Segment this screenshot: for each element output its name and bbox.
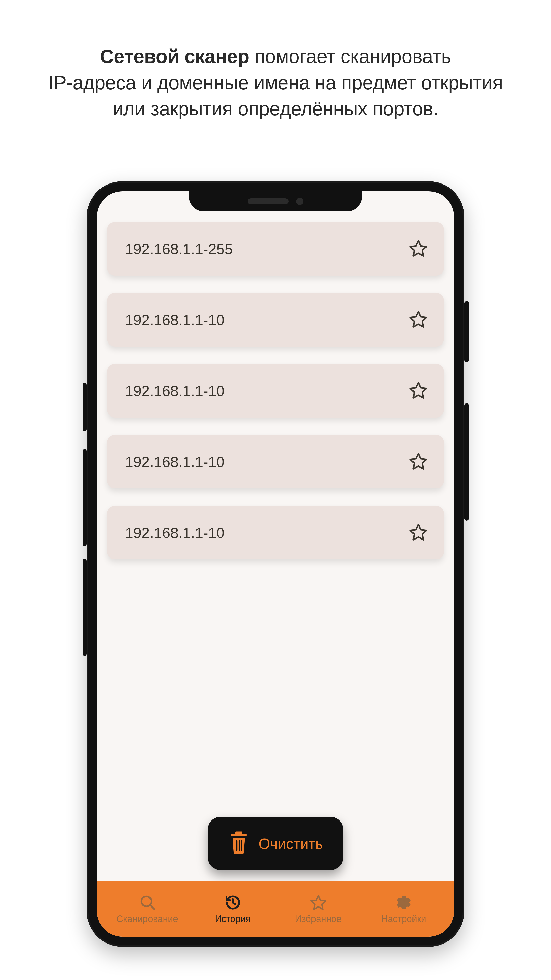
nav-item-history[interactable]: История bbox=[190, 894, 275, 924]
clear-button-label: Очистить bbox=[259, 835, 323, 852]
star-icon bbox=[310, 894, 327, 912]
star-outline-icon bbox=[409, 310, 428, 330]
history-item-ip: 192.168.1.1-10 bbox=[125, 311, 224, 328]
star-outline-icon bbox=[409, 452, 428, 472]
favorite-toggle[interactable] bbox=[408, 522, 429, 543]
history-item-ip: 192.168.1.1-10 bbox=[125, 524, 224, 541]
history-item[interactable]: 192.168.1.1-10 bbox=[107, 506, 444, 559]
phone-screen: 192.168.1.1-255 192.168.1.1-10 192.168.1… bbox=[97, 191, 454, 937]
history-item-ip: 192.168.1.1-10 bbox=[125, 382, 224, 399]
svg-marker-4 bbox=[410, 525, 426, 540]
headline-bold: Сетевой сканер bbox=[100, 45, 249, 67]
svg-marker-3 bbox=[410, 453, 426, 469]
history-item[interactable]: 192.168.1.1-10 bbox=[107, 293, 444, 347]
svg-rect-7 bbox=[241, 840, 242, 851]
phone-side-button bbox=[83, 449, 87, 546]
front-camera bbox=[296, 198, 303, 205]
history-item[interactable]: 192.168.1.1-10 bbox=[107, 364, 444, 417]
history-item[interactable]: 192.168.1.1-255 bbox=[107, 222, 444, 275]
phone-side-button bbox=[83, 383, 87, 431]
svg-marker-2 bbox=[410, 383, 426, 398]
clear-button[interactable]: Очистить bbox=[208, 817, 343, 870]
history-item-ip: 192.168.1.1-255 bbox=[125, 240, 233, 258]
svg-marker-0 bbox=[410, 241, 426, 256]
nav-item-label: Настройки bbox=[381, 914, 426, 924]
trash-icon bbox=[228, 831, 249, 856]
star-outline-icon bbox=[409, 239, 428, 259]
svg-rect-5 bbox=[236, 840, 237, 851]
search-icon bbox=[139, 894, 156, 912]
history-item[interactable]: 192.168.1.1-10 bbox=[107, 435, 444, 488]
nav-item-scan[interactable]: Сканирование bbox=[105, 894, 190, 924]
favorite-toggle[interactable] bbox=[408, 452, 429, 472]
nav-item-label: История bbox=[215, 914, 251, 924]
favorite-toggle[interactable] bbox=[408, 310, 429, 330]
history-icon bbox=[224, 894, 241, 912]
history-item-ip: 192.168.1.1-10 bbox=[125, 453, 224, 470]
nav-item-label: Сканирование bbox=[117, 914, 178, 924]
favorite-toggle[interactable] bbox=[408, 380, 429, 401]
nav-item-favorites[interactable]: Избранное bbox=[275, 894, 361, 924]
history-list: 192.168.1.1-255 192.168.1.1-10 192.168.1… bbox=[107, 222, 444, 559]
svg-marker-10 bbox=[311, 896, 326, 909]
nav-item-label: Избранное bbox=[295, 914, 341, 924]
nav-item-settings[interactable]: Настройки bbox=[361, 894, 446, 924]
headline-rest1: помогает сканировать bbox=[249, 45, 451, 67]
phone-notch bbox=[189, 191, 362, 211]
bottom-nav: Сканирование История Избранное bbox=[97, 881, 454, 937]
phone-side-button bbox=[83, 559, 87, 656]
speaker-slot bbox=[248, 198, 289, 204]
favorite-toggle[interactable] bbox=[408, 239, 429, 259]
phone-side-button bbox=[464, 403, 469, 520]
svg-line-9 bbox=[150, 905, 154, 909]
promo-headline: Сетевой сканер помогает сканировать IP-а… bbox=[0, 43, 551, 122]
headline-line2: IP-адреса и доменные имена на предмет от… bbox=[48, 72, 503, 94]
svg-rect-6 bbox=[238, 840, 240, 851]
svg-marker-1 bbox=[410, 312, 426, 327]
star-outline-icon bbox=[409, 380, 428, 401]
headline-line3: или закрытия определённых портов. bbox=[113, 98, 438, 119]
phone-frame: 192.168.1.1-255 192.168.1.1-10 192.168.1… bbox=[87, 181, 464, 947]
star-outline-icon bbox=[409, 522, 428, 543]
phone-side-button bbox=[464, 301, 469, 363]
gear-icon bbox=[395, 894, 413, 912]
